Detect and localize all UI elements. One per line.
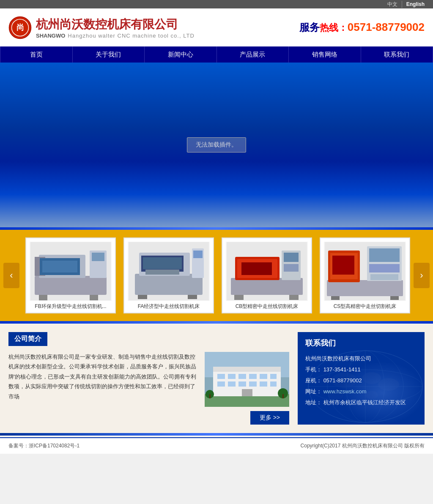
banner-area: 无法加载插件。 [0,63,433,227]
intro-title: 公司简介 [8,332,47,346]
carousel-item-2[interactable]: FA经济型中走丝线切割机床 [123,237,214,313]
carousel-next-button[interactable]: › [414,263,430,288]
hotline-area: 服务热线：0571-88779002 [299,21,425,34]
svg-rect-64 [209,394,211,398]
svg-rect-41 [370,274,398,280]
nav-products[interactable]: 产品展示 [217,46,289,63]
svg-rect-55 [217,381,225,387]
svg-rect-37 [332,256,354,275]
svg-point-74 [378,378,399,391]
product-image-1 [30,242,112,301]
svg-rect-49 [217,374,225,379]
svg-rect-52 [249,374,257,379]
svg-rect-20 [138,295,147,299]
header: 尚 杭州尚沃数控机床有限公司 SHANGWO Hangzhou walter C… [0,8,433,46]
beian-text: 备案号：浙ICP备17024082号-1 [8,442,79,450]
svg-rect-24 [231,278,303,295]
carousel-item-3[interactable]: CB型精密中走丝线切割机床 [222,237,312,313]
svg-rect-10 [42,261,77,272]
svg-rect-50 [228,374,236,379]
lang-english[interactable]: English [402,1,429,7]
company-photo [205,352,289,407]
svg-point-76 [365,391,378,399]
more-button[interactable]: 更多 >> [250,411,289,425]
svg-rect-32 [289,295,299,300]
product-caption-2: FA经济型中走丝线切割机床 [138,303,200,310]
plugin-error-msg: 无法加载插件。 [187,137,246,153]
company-intro-area: 公司简介 杭州尚沃数控机床有限公司是一家专业研发、制造与销售中走丝线切割及数控机… [8,332,289,425]
copyright-text: Copyright(C)2017 杭州尚沃数控机床有限公司 版权所有 [301,442,425,450]
hotline-number: 0571-88779002 [348,21,425,33]
svg-rect-27 [241,262,272,275]
svg-rect-12 [90,295,98,300]
main-nav: 首页 关于我们 新闻中心 产品展示 销售网络 联系我们 [0,46,433,63]
svg-rect-11 [39,295,47,300]
logo-area: 尚 杭州尚沃数控机床有限公司 SHANGWO Hangzhou walter C… [8,16,195,39]
company-logo-icon: 尚 [8,16,32,39]
svg-rect-60 [270,381,277,387]
carousel-inner: FB环保升级型中走丝线切割机... FA经济型中走 [0,237,433,313]
footer-separator [0,433,433,436]
company-section: 公司简介 杭州尚沃数控机床有限公司是一家专业研发、制造与销售中走丝线切割及数控机… [0,324,433,433]
company-name-en: Hangzhou walter CNC machine tool co., LT… [68,33,194,39]
nav-contact[interactable]: 联系我们 [361,46,433,63]
svg-rect-29 [284,253,299,262]
svg-rect-48 [213,367,281,372]
hotline-hot: 热线： [320,22,348,33]
top-bar: 中文 English [0,0,433,8]
svg-rect-43 [390,296,399,300]
svg-rect-19 [143,257,182,269]
company-name-cn: 杭州尚沃数控机床有限公司 [36,16,195,33]
hotline-prefix: 服务 [299,22,320,33]
svg-point-73 [362,372,381,384]
svg-rect-21 [188,295,197,299]
world-map-decoration [306,349,425,425]
contact-title: 联系我们 [305,338,417,348]
nav-sales[interactable]: 销售网络 [289,46,361,63]
svg-text:尚: 尚 [16,23,24,32]
footer: 备案号：浙ICP备17024082号-1 Copyright(C)2017 杭州… [0,437,433,454]
contact-box: 联系我们 杭州尚沃数控机床有限公司 手机： 137-3541-1411 座机： … [298,332,425,425]
svg-rect-17 [193,251,203,258]
nav-home[interactable]: 首页 [0,46,73,63]
product-image-4 [324,242,406,301]
svg-rect-56 [228,381,236,387]
svg-rect-39 [369,248,400,262]
nav-about[interactable]: 关于我们 [73,46,145,63]
lang-chinese[interactable]: 中文 [383,1,402,8]
svg-rect-58 [249,381,257,387]
logo-text-area: 杭州尚沃数控机床有限公司 SHANGWO Hangzhou walter CNC… [36,16,195,39]
svg-rect-40 [369,264,400,272]
svg-rect-65 [282,394,284,398]
svg-rect-59 [260,381,267,387]
svg-rect-57 [238,381,246,387]
product-image-2 [128,242,210,301]
svg-rect-34 [327,280,403,296]
svg-rect-51 [238,374,246,379]
svg-rect-22 [145,270,179,275]
company-text-area: 杭州尚沃数控机床有限公司是一家专业研发、制造与销售中走丝线切割及数控机床的技术创… [8,352,289,425]
svg-rect-31 [234,295,244,300]
svg-rect-30 [284,264,299,272]
carousel-prev-button[interactable]: ‹ [3,263,19,288]
svg-rect-8 [92,253,104,261]
svg-rect-61 [242,389,252,396]
product-image-3 [226,242,308,301]
svg-rect-42 [331,296,340,300]
product-caption-1: FB环保升级型中走丝线切割机... [35,303,106,310]
product-carousel: ‹ [0,230,433,321]
svg-rect-4 [35,276,107,295]
product-caption-3: CB型精密中走丝线切割机床 [236,303,299,310]
company-description: 杭州尚沃数控机床有限公司是一家专业研发、制造与销售中走丝线切割及数控机床的技术创… [8,352,199,425]
nav-news[interactable]: 新闻中心 [145,46,217,63]
brand-name: SHANGWO [36,33,65,39]
svg-point-72 [332,373,357,388]
product-caption-4: CS型高精密中走丝切割机床 [334,303,397,310]
svg-rect-53 [260,374,267,379]
svg-rect-54 [270,374,277,379]
carousel-item-4[interactable]: CS型高精密中走丝切割机床 [320,237,410,313]
svg-point-75 [328,390,343,400]
carousel-item-1[interactable]: FB环保升级型中走丝线切割机... [25,237,116,313]
